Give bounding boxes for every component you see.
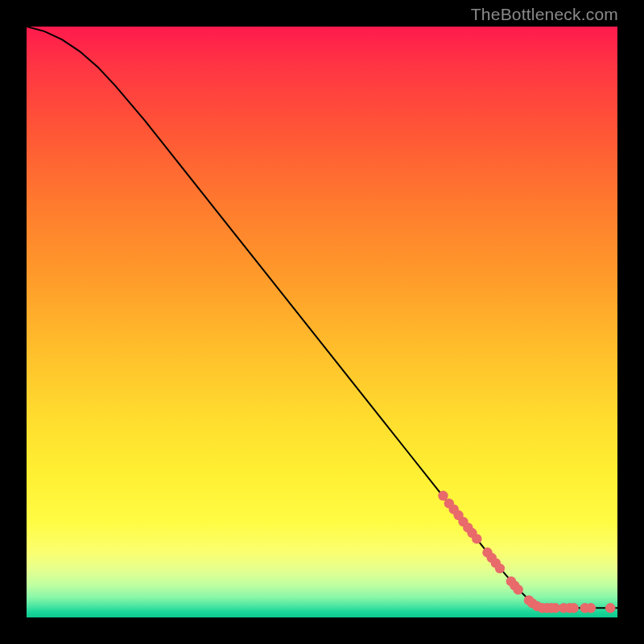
chart-frame: TheBottleneck.com — [0, 0, 644, 644]
scatter-dot — [605, 603, 615, 613]
scatter-dot — [586, 603, 596, 613]
scatter-dot — [472, 534, 481, 543]
scatter-dot — [495, 564, 505, 573]
scatter-dots — [438, 491, 615, 613]
plot-area — [27, 27, 617, 617]
scatter-dot — [513, 584, 522, 594]
scatter-dot — [568, 603, 578, 613]
chart-overlay — [27, 27, 617, 617]
data-curve — [27, 27, 617, 608]
watermark-text: TheBottleneck.com — [471, 5, 618, 24]
